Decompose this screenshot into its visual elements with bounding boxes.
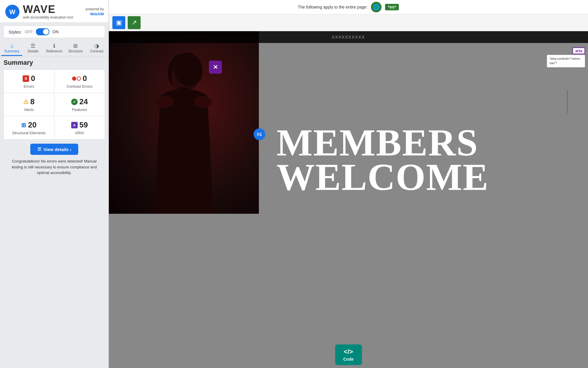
h1-badge-container[interactable]: h1 [254, 128, 265, 140]
aria-icon: A [71, 122, 78, 128]
svg-rect-6 [178, 87, 190, 97]
stat-alerts: ⚠ 8 Alerts [4, 93, 54, 116]
language-badge: *en* [385, 4, 399, 10]
contrast-dot-filled [72, 77, 76, 81]
alert-icon: ⚠ [23, 98, 29, 105]
page-title-bar: XXXXXXXXXX [109, 31, 588, 43]
styles-label: Styles: [9, 29, 22, 34]
aria-icon-num: A 59 [71, 120, 88, 130]
structural-label: Structural Elements [12, 131, 46, 135]
svg-text:W: W [9, 8, 16, 16]
summary-section: Summary ✕ 0 Errors 0 Contra [0, 57, 109, 179]
structure-icon2: ⊞ [21, 122, 26, 129]
features-icon-num: ✓ 24 [71, 97, 88, 106]
top-bar: The following apply to the entire page: … [109, 0, 588, 14]
h1-badge-label: h1 [257, 132, 262, 137]
svg-point-5 [194, 96, 212, 108]
main-content: The following apply to the entire page: … [109, 0, 588, 368]
error-badge-container[interactable]: ✕ [209, 61, 222, 74]
summary-icon: ⌂ [10, 43, 14, 49]
tab-reference[interactable]: ℹ Reference [44, 41, 65, 56]
view-details-label: View details › [44, 147, 71, 152]
tab-contrast[interactable]: ◑ Contrast [86, 41, 107, 56]
aria-tooltip: *aria-controls="menu-nav"* [547, 55, 585, 67]
hero-image-section [109, 31, 259, 214]
contrast-dot-empty [77, 77, 81, 81]
aria-tooltip-text: *aria-controls="menu-nav"* [549, 57, 581, 65]
tabs: ⌂ Summary ☰ Details ℹ Reference ⊞ Struct… [0, 41, 109, 57]
page-title-text: XXXXXXXXXX [332, 35, 365, 39]
summary-title: Summary [4, 59, 105, 67]
code-icon: </> [344, 348, 353, 356]
aria-label: ARIA [75, 131, 84, 135]
code-button[interactable]: </> Code [335, 344, 362, 365]
logo-text-group: WAVE web accessibility evaluation tool [23, 4, 73, 19]
features-count: 24 [79, 97, 88, 106]
contrast-icon: ◑ [94, 43, 99, 49]
contrast-errors-icon-num: 0 [72, 74, 87, 83]
page-area: XXXXXXXXXX ✕ MEMBERS WELCOME h1 aria *ar… [109, 31, 588, 368]
alerts-count: 8 [30, 97, 34, 106]
aria-badge-container[interactable]: aria [572, 47, 585, 54]
tab-structure[interactable]: ⊞ Structure [65, 41, 86, 56]
features-label: Features [72, 107, 87, 112]
tab-reference-label: Reference [46, 49, 62, 53]
errors-label: Errors [24, 84, 34, 89]
styles-off-label: OFF [25, 29, 33, 34]
tab-structure-label: Structure [68, 49, 83, 53]
logo-area: W WAVE web accessibility evaluation tool… [0, 0, 109, 23]
svg-point-4 [156, 96, 174, 108]
styles-on-label: ON [52, 29, 59, 34]
contrast-icon [72, 77, 81, 81]
stat-structural: ⊞ 20 Structural Elements [4, 116, 54, 139]
reference-icon: ℹ [53, 43, 55, 49]
tab-summary[interactable]: ⌂ Summary [1, 41, 22, 56]
error-icon: ✕ [23, 75, 29, 82]
page-icon-blue[interactable]: ▣ [112, 16, 125, 29]
structural-count: 20 [28, 120, 36, 130]
aria-count: 59 [79, 120, 88, 130]
sidebar: W WAVE web accessibility evaluation tool… [0, 0, 109, 368]
webaim-link[interactable]: WebAIM [90, 12, 104, 16]
stat-features: ✓ 24 Features [54, 93, 105, 116]
view-details-area: ☰ View details › [4, 144, 105, 155]
view-details-icon: ☰ [37, 147, 41, 152]
hero-text-area: MEMBERS WELCOME [262, 120, 588, 200]
stat-errors: ✕ 0 Errors [4, 70, 54, 93]
view-details-button[interactable]: ☰ View details › [30, 144, 79, 155]
structure-icon: ⊞ [73, 43, 78, 49]
errors-count: 0 [31, 74, 35, 83]
structural-icon-num: ⊞ 20 [21, 120, 36, 130]
details-icon: ☰ [31, 43, 35, 49]
powered-by: powered by WebAIM [86, 7, 104, 17]
error-x-icon: ✕ [213, 64, 218, 71]
wave-logo-icon: W [5, 4, 20, 19]
errors-icon-num: ✕ 0 [23, 74, 35, 83]
alerts-label: Alerts [24, 107, 34, 112]
powered-by-text: powered by [86, 7, 104, 11]
congratulations-text: Congratulations! No errors were detected… [7, 158, 101, 176]
app-title: WAVE [23, 4, 73, 15]
toggle-knob [43, 29, 49, 35]
welcome-heading: WELCOME [276, 160, 573, 194]
app-subtitle: web accessibility evaluation tool [23, 15, 73, 19]
stats-grid: ✕ 0 Errors 0 Contrast Errors [4, 69, 105, 140]
styles-toggle[interactable] [36, 28, 49, 35]
topbar-text: The following apply to the entire page: [298, 5, 368, 9]
tab-details[interactable]: ☰ Details [22, 41, 44, 56]
contrast-errors-count: 0 [83, 74, 87, 83]
feature-icon: ✓ [71, 99, 78, 105]
alerts-icon-num: ⚠ 8 [23, 97, 34, 106]
icon-row: ▣ ↗ [109, 14, 588, 31]
page-icon-green[interactable]: ↗ [128, 16, 141, 29]
code-label: Code [343, 357, 354, 362]
aria-connector-line [567, 90, 568, 114]
contrast-errors-label: Contrast Errors [66, 84, 92, 89]
globe-icon: 🌐 [371, 2, 382, 12]
stat-contrast-errors: 0 Contrast Errors [54, 70, 105, 93]
styles-toggle-row: Styles: OFF ON [4, 26, 105, 38]
tab-contrast-label: Contrast [90, 49, 103, 53]
members-heading: MEMBERS [276, 125, 573, 160]
aria-tag: aria [572, 47, 585, 54]
stat-aria: A 59 ARIA [54, 116, 105, 139]
